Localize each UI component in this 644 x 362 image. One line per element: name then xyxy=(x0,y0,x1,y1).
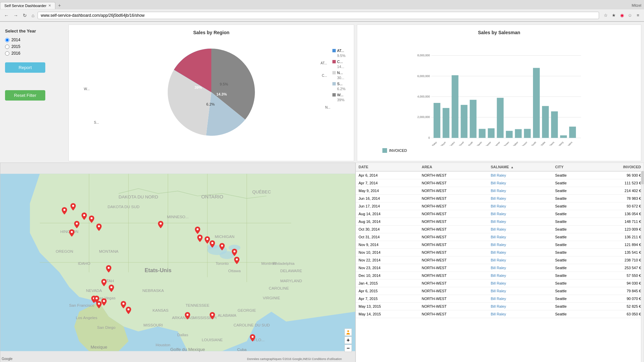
cell-area: NORTH-WEST xyxy=(419,241,488,249)
map-pin[interactable] xyxy=(74,221,79,229)
salname-link[interactable]: Bill Raley xyxy=(491,243,506,247)
salname-link[interactable]: Bill Raley xyxy=(491,235,506,239)
zoom-in-button[interactable]: + xyxy=(344,337,352,344)
map-pin[interactable] xyxy=(158,221,163,229)
map-pin[interactable] xyxy=(210,312,215,320)
map-pin[interactable] xyxy=(101,279,107,287)
salname-link[interactable]: Bill Raley xyxy=(491,212,506,216)
map-pin[interactable] xyxy=(185,312,190,320)
svg-text:QUÉBEC: QUÉBEC xyxy=(252,189,271,194)
browser-tab[interactable]: Self Service Dashboarder ✕ xyxy=(0,2,55,9)
home-button[interactable]: ⌂ xyxy=(30,12,36,19)
bar-georges-dunel[interactable] xyxy=(461,105,467,138)
map-pin[interactable] xyxy=(121,301,126,309)
salname-link[interactable]: Bill Raley xyxy=(491,304,506,308)
salname-link[interactable]: Bill Raley xyxy=(491,297,506,301)
map-pin[interactable] xyxy=(96,224,102,232)
map-pin[interactable] xyxy=(94,296,99,304)
forward-button[interactable]: → xyxy=(12,12,19,19)
map-pin[interactable] xyxy=(89,216,94,224)
map-pin[interactable] xyxy=(210,240,215,249)
extension-icon[interactable]: ◉ xyxy=(619,12,625,19)
year-2016[interactable]: 2016 xyxy=(5,51,62,56)
map-pin[interactable] xyxy=(195,227,200,235)
bar-ric-smith[interactable] xyxy=(533,68,540,138)
cell-area: NORTH-WEST xyxy=(419,310,488,318)
map-pin[interactable] xyxy=(232,249,237,257)
bar-kim-johnson[interactable] xyxy=(524,129,531,138)
salname-link[interactable]: Bill Raley xyxy=(491,173,506,177)
menu-icon[interactable]: ≡ xyxy=(635,12,641,19)
col-city[interactable]: CITY xyxy=(552,163,591,171)
zoom-out-button[interactable]: − xyxy=(344,345,352,352)
bar-karen-walker[interactable] xyxy=(515,129,522,138)
salname-link[interactable]: Bill Raley xyxy=(491,227,506,231)
svg-point-80 xyxy=(83,214,85,216)
map-pin[interactable] xyxy=(109,285,114,293)
bookmark-icon[interactable]: ☆ xyxy=(602,12,609,19)
svg-text:DAKOTA DU NORD: DAKOTA DU NORD xyxy=(118,194,158,199)
map-pin[interactable] xyxy=(126,307,131,315)
bar-john-brown[interactable] xyxy=(506,131,513,138)
bar-doug-castro[interactable] xyxy=(452,75,459,138)
bar-james-smith[interactable] xyxy=(470,100,476,138)
report-button[interactable]: Report xyxy=(5,62,45,73)
reload-button[interactable]: ↻ xyxy=(21,12,28,19)
address-bar[interactable] xyxy=(38,12,599,19)
map-pin[interactable] xyxy=(69,229,74,238)
map-pin[interactable] xyxy=(70,203,76,212)
map-pin[interactable] xyxy=(205,236,210,245)
bar-tim-rosenberg[interactable] xyxy=(560,135,567,138)
scrollbar-thumb[interactable] xyxy=(641,171,644,184)
radio-2015[interactable] xyxy=(5,45,9,49)
map-pin[interactable] xyxy=(197,235,203,243)
salname-link[interactable]: Bill Raley xyxy=(491,220,506,224)
table-row: May 9, 2014 NORTH-WEST Bill Raley Seattl… xyxy=(356,187,644,195)
map-pin[interactable] xyxy=(82,213,87,221)
bar-jim-baxter[interactable] xyxy=(488,128,494,138)
map-wrapper[interactable]: Etats-Unis ONTARIO QUÉBEC DAKOTA DU NORD… xyxy=(0,163,355,362)
salname-link[interactable]: Bill Raley xyxy=(491,266,506,270)
col-date[interactable]: DATE xyxy=(356,163,419,171)
profile-icon[interactable]: ☺ xyxy=(627,12,633,19)
salname-link[interactable]: Bill Raley xyxy=(491,274,506,278)
bar-jean-martin[interactable] xyxy=(479,129,485,138)
map-pin[interactable] xyxy=(219,243,225,251)
bar-wanda-sanders[interactable] xyxy=(569,127,576,138)
salname-link[interactable]: Bill Raley xyxy=(491,312,506,316)
browser-user: Mitzel xyxy=(632,3,644,7)
salname-link[interactable]: Bill Raley xyxy=(491,189,506,193)
year-2015[interactable]: 2015 xyxy=(5,44,62,49)
map-pin[interactable] xyxy=(106,265,111,274)
map-pin[interactable] xyxy=(62,207,67,216)
map-pin[interactable] xyxy=(250,334,255,343)
star-icon[interactable]: ★ xyxy=(610,12,617,19)
bar-bill-raley[interactable] xyxy=(434,103,440,138)
map-person-icon[interactable] xyxy=(344,328,352,336)
tab-close-icon[interactable]: ✕ xyxy=(48,4,51,7)
bar-diane-meyer[interactable] xyxy=(443,108,449,138)
bar-sandra-davis[interactable] xyxy=(551,111,558,138)
reset-filter-button[interactable]: Reset Filter xyxy=(5,90,45,101)
map-pin[interactable] xyxy=(101,298,107,307)
col-salname[interactable]: SALNAME ▲ xyxy=(488,163,552,171)
salname-link[interactable]: Bill Raley xyxy=(491,281,506,285)
radio-2016[interactable] xyxy=(5,51,9,56)
new-tab-button[interactable]: + xyxy=(55,3,63,8)
cell-date: Oct 30, 2014 xyxy=(356,226,419,233)
back-button[interactable]: ← xyxy=(3,12,10,19)
salname-link[interactable]: Bill Raley xyxy=(491,204,506,208)
col-area[interactable]: AREA xyxy=(419,163,488,171)
salname-link[interactable]: Bill Raley xyxy=(491,289,506,293)
cell-city: Seattle xyxy=(552,249,591,256)
bar-joe-kramer[interactable] xyxy=(497,98,503,138)
radio-2014[interactable] xyxy=(5,38,9,42)
salname-link[interactable]: Bill Raley xyxy=(491,181,506,185)
salname-link[interactable]: Bill Raley xyxy=(491,250,506,254)
salname-link[interactable]: Bill Raley xyxy=(491,258,506,262)
salname-link[interactable]: Bill Raley xyxy=(491,196,506,200)
year-2014[interactable]: 2014 xyxy=(5,38,62,42)
bar-robert-salta[interactable] xyxy=(542,106,549,138)
map-pin[interactable] xyxy=(234,257,239,265)
col-invoiced[interactable]: INVOICED xyxy=(591,163,644,171)
